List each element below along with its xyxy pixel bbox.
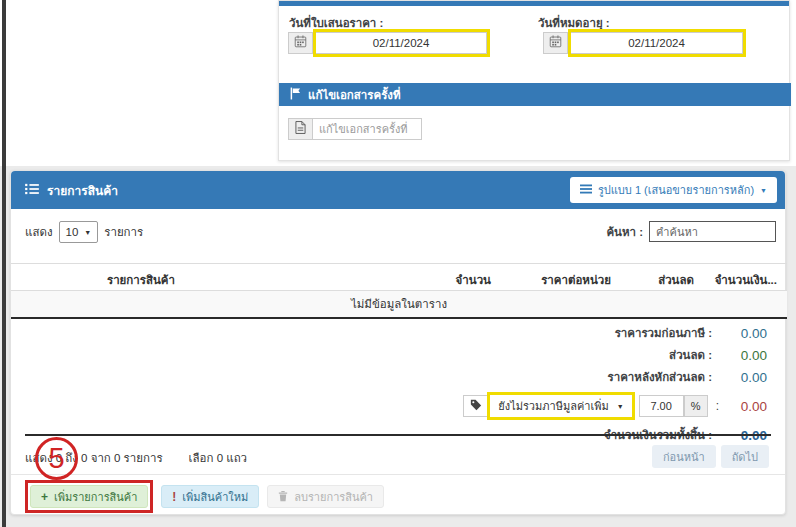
plus-icon: + [41,490,48,504]
annotation-ring: + เพิ่มรายการสินค้า [25,480,153,513]
table-header-row: รายการสินค้า จำนวน ราคาต่อหน่วย ส่วนลด จ… [11,263,787,291]
bars-icon [580,184,592,196]
show-entries-suffix: รายการ [104,223,143,241]
items-panel: รายการสินค้า รูปแบบ 1 (เสนอขายรายการหลัก… [10,170,786,515]
vat-rate-input[interactable] [639,395,684,417]
delete-item-label: ลบรายการสินค้า [294,488,373,506]
empty-table-text: ไม่มีข้อมูลในตาราง [351,295,447,313]
show-entries-prefix: แสดง [25,223,53,241]
caret-down-icon: ▼ [84,229,91,236]
summary-block: ราคารวมก่อนภาษี : 0.00 ส่วนลด : 0.00 ราค… [11,322,767,447]
trash-icon [278,490,288,504]
table-bottom-divider [25,434,771,436]
caret-down-icon: ▼ [617,403,624,410]
add-item-button[interactable]: + เพิ่มรายการสินค้า [30,485,148,508]
discount-value: 0.00 [712,348,767,363]
page: วันที่ใบเสนอราคา : วันที่หมดอายุ : แก้ไข… [0,0,796,527]
layout-dropdown-label: รูปแบบ 1 (เสนอขายรายการหลัก) [598,181,754,199]
annotation-step-circle: 5 [35,437,78,480]
calendar-button[interactable] [543,32,568,54]
tag-addon [463,395,487,417]
document-dates-panel: วันที่ใบเสนอราคา : วันที่หมดอายุ : แก้ไข… [278,0,790,161]
quote-date-group [288,29,490,57]
search-area: ค้นหา : [606,221,776,242]
column-header-item[interactable]: รายการสินค้า [11,271,271,289]
vat-colon: : [716,399,719,413]
list-icon [25,183,39,198]
annotation-step-number: 5 [48,442,64,475]
annotation-highlight [313,29,490,57]
column-header-qty[interactable]: จำนวน [456,271,491,289]
summary-row-pretax: ราคารวมก่อนภาษี : 0.00 [615,322,767,344]
caret-down-icon: ▼ [760,187,767,194]
exclamation-icon: ! [172,490,176,504]
revision-input[interactable] [313,118,422,140]
search-input[interactable] [649,221,776,242]
add-new-product-label: เพิ่มสินค้าใหม่ [182,488,248,506]
percent-addon: % [684,395,708,417]
sidebar-edge [2,0,6,527]
vat-row: ยังไม่รวมภาษีมูลค่าเพิ่ม ▼ % : 0.00 [463,391,767,421]
annotation-highlight [568,29,746,57]
page-length-value: 10 [66,226,79,238]
column-header-discount[interactable]: ส่วนลด [658,271,694,289]
delete-item-button[interactable]: ลบรายการสินค้า [267,485,384,508]
discount-label: ส่วนลด : [669,346,712,364]
vat-type-label: ยังไม่รวมภาษีมูลค่าเพิ่ม [498,397,608,415]
after-discount-value: 0.00 [712,370,767,385]
summary-row-after-discount: ราคาหลังหักส่วนลด : 0.00 [608,366,767,388]
action-buttons-row: + เพิ่มรายการสินค้า ! เพิ่มสินค้าใหม่ ลบ… [25,480,384,513]
tag-icon [470,397,482,415]
next-page-button[interactable]: ถัดไป [721,445,769,468]
revision-section-title: แก้ไขเอกสารครั้งที่ [308,86,401,104]
vat-value: 0.00 [723,399,767,414]
revision-group [288,118,422,140]
column-header-unit-price[interactable]: ราคาต่อหน่วย [541,271,611,289]
revision-section-header: แก้ไขเอกสารครั้งที่ [279,83,791,106]
items-panel-title: รายการสินค้า [47,181,118,200]
selected-rows-text: เลือก 0 แถว [189,449,247,467]
previous-page-button[interactable]: ก่อนหน้า [652,445,716,468]
expire-date-group [543,29,746,57]
summary-row-discount: ส่วนลด : 0.00 [669,344,767,366]
items-panel-header: รายการสินค้า รูปแบบ 1 (เสนอขายรายการหลัก… [11,171,785,209]
file-addon [288,118,313,140]
calendar-icon [549,34,562,52]
vat-type-dropdown[interactable]: ยังไม่รวมภาษีมูลค่าเพิ่ม ▼ [487,392,634,420]
add-item-label: เพิ่มรายการสินค้า [54,488,137,506]
pretax-value: 0.00 [712,326,767,341]
calendar-icon [294,34,307,52]
expire-date-input[interactable] [571,32,743,54]
layout-dropdown-button[interactable]: รูปแบบ 1 (เสนอขายรายการหลัก) ▼ [570,177,777,203]
search-label: ค้นหา : [606,223,643,241]
table-empty-row: ไม่มีข้อมูลในตาราง [11,291,787,319]
calendar-button[interactable] [288,32,313,54]
column-header-amount[interactable]: จำนวนเงิน... [715,271,777,289]
flag-icon [290,87,301,102]
pretax-label: ราคารวมก่อนภาษี : [615,324,712,342]
items-panel-title-wrap: รายการสินค้า [11,181,118,200]
pagination: ก่อนหน้า ถัดไป [652,445,769,468]
file-icon [295,120,306,138]
add-new-product-button[interactable]: ! เพิ่มสินค้าใหม่ [161,485,259,508]
page-length-select[interactable]: 10 ▼ [59,221,99,243]
section-header-edge [279,1,789,6]
footer-divider [11,474,785,475]
show-entries: แสดง 10 ▼ รายการ [25,221,143,243]
after-discount-label: ราคาหลังหักส่วนลด : [608,368,712,386]
quote-date-input[interactable] [316,32,487,54]
